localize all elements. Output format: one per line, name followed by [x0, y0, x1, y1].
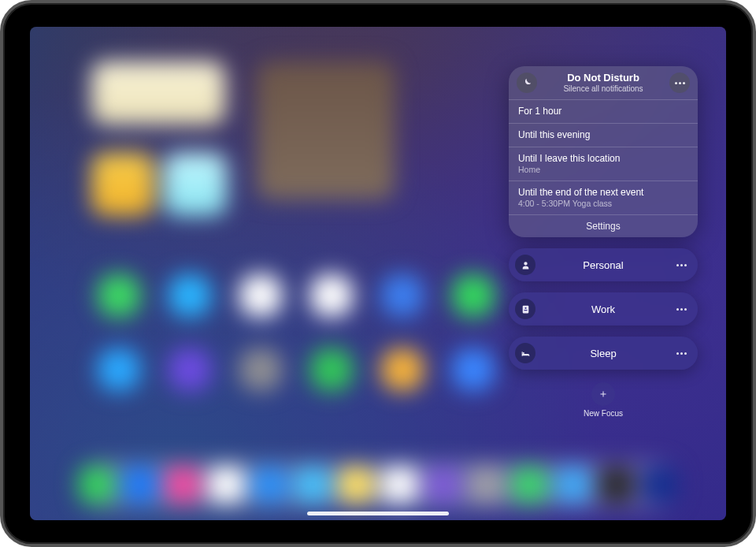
focus-mode-label: Personal [536, 259, 671, 271]
bed-icon [515, 343, 536, 363]
dnd-option-label: Until this evening [518, 129, 688, 141]
focus-mode-label: Sleep [536, 348, 671, 359]
badge-icon [515, 299, 536, 319]
focus-mode-personal[interactable]: Personal [509, 248, 698, 281]
person-icon [515, 255, 536, 275]
dock-icon [122, 467, 158, 503]
dock-icon [209, 467, 244, 503]
app-icon [98, 348, 140, 391]
svg-point-3 [522, 352, 524, 354]
do-not-disturb-title: Do Not Disturb [537, 73, 669, 84]
svg-rect-0 [522, 305, 528, 313]
app-icon [381, 348, 424, 391]
app-icon [98, 274, 140, 317]
dnd-option-until-leave-location[interactable]: Until I leave this location Home [509, 147, 698, 180]
dock [79, 460, 677, 509]
svg-point-1 [524, 307, 526, 309]
dock-icon [295, 467, 331, 503]
focus-mode-work[interactable]: Work [509, 292, 698, 326]
do-not-disturb-more-button[interactable] [669, 73, 690, 93]
app-icon [169, 348, 211, 391]
dock-icon [555, 467, 591, 503]
focus-mode-sleep[interactable]: Sleep [509, 337, 698, 370]
new-focus-label: New Focus [584, 409, 623, 418]
dnd-option-label: Until the end of the next event [518, 187, 688, 199]
new-focus-button[interactable] [591, 382, 615, 406]
dock-icon [165, 467, 201, 503]
dnd-option-until-event-end[interactable]: Until the end of the next event 4:00 - 5… [509, 180, 698, 214]
dock-icon [339, 467, 374, 503]
app-icon [239, 274, 282, 317]
focus-mode-label: Work [536, 303, 671, 315]
dnd-option-until-evening[interactable]: Until this evening [509, 123, 698, 147]
app-icon [169, 274, 211, 317]
dock-icon [642, 467, 677, 503]
focus-mode-more-button[interactable] [671, 343, 691, 363]
dock-icons [79, 460, 677, 509]
widget-photo [257, 61, 395, 199]
more-icon [676, 308, 687, 311]
dnd-option-label: For 1 hour [518, 106, 688, 117]
more-icon [676, 352, 687, 355]
svg-rect-2 [524, 310, 527, 311]
dock-icon [598, 467, 634, 503]
widget-notes [91, 61, 225, 125]
moon-icon [517, 73, 537, 93]
dock-icon [79, 467, 114, 503]
focus-mode-more-button[interactable] [671, 299, 691, 319]
app-icon [310, 274, 353, 317]
dock-icon [469, 467, 504, 503]
app-icon [239, 348, 282, 391]
focus-mode-more-button[interactable] [671, 255, 691, 275]
more-icon [676, 264, 687, 266]
app-icon [310, 348, 353, 391]
dock-icon [425, 467, 461, 503]
dock-icon [252, 467, 287, 503]
app-icon [452, 348, 495, 391]
app-icon [381, 274, 424, 317]
home-indicator[interactable] [307, 512, 449, 515]
dnd-option-sublabel: Home [518, 165, 688, 175]
ipad-frame: Do Not Disturb Silence all notifications… [0, 0, 756, 547]
widget-cyan [164, 153, 227, 216]
dnd-option-sublabel: 4:00 - 5:30PM Yoga class [518, 199, 688, 209]
dnd-settings-label: Settings [586, 221, 620, 232]
focus-panel: Do Not Disturb Silence all notifications… [509, 66, 698, 418]
dock-icon [512, 467, 547, 503]
screen: Do Not Disturb Silence all notifications… [30, 27, 726, 520]
app-icon [452, 274, 495, 317]
new-focus: New Focus [509, 382, 698, 418]
do-not-disturb-header[interactable]: Do Not Disturb Silence all notifications [509, 66, 698, 99]
dnd-option-label: Until I leave this location [518, 153, 688, 165]
do-not-disturb-title-wrap: Do Not Disturb Silence all notifications [537, 73, 669, 92]
dnd-settings-link[interactable]: Settings [509, 214, 698, 237]
dnd-option-for-1-hour[interactable]: For 1 hour [509, 99, 698, 123]
more-icon [675, 82, 685, 84]
do-not-disturb-subtitle: Silence all notifications [537, 84, 669, 93]
widget-yellow [91, 153, 154, 216]
do-not-disturb-card: Do Not Disturb Silence all notifications… [509, 66, 698, 237]
dock-icon [382, 467, 417, 503]
